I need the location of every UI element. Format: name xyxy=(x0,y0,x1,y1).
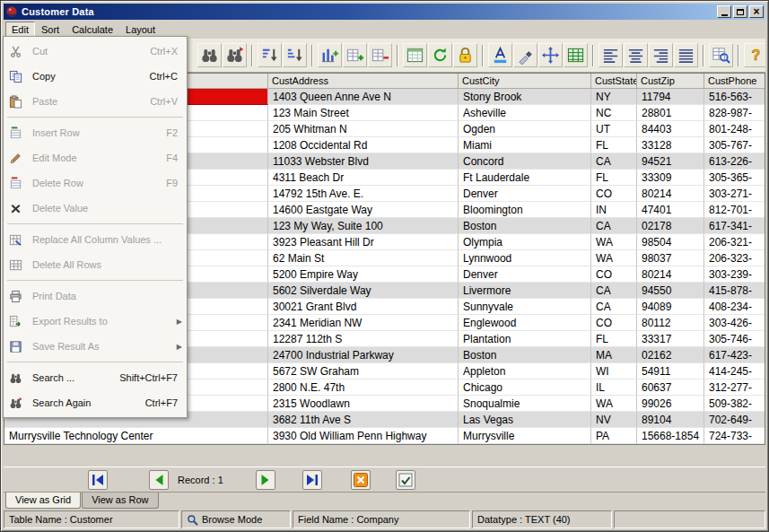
tab-view-as-row[interactable]: View as Row xyxy=(82,493,158,509)
cell[interactable]: NY xyxy=(591,89,637,105)
fit-columns-button[interactable] xyxy=(538,43,563,67)
cell[interactable]: 617-423- xyxy=(704,347,765,363)
cell[interactable]: UT xyxy=(591,121,637,137)
align-justify-button[interactable] xyxy=(674,43,698,67)
cell[interactable]: 205 Whitman N xyxy=(268,121,459,137)
font-color-button[interactable] xyxy=(488,43,512,67)
cell[interactable]: 5602 Silverdale Way xyxy=(268,283,459,299)
tab-view-as-grid[interactable]: View as Grid xyxy=(5,493,81,509)
cell[interactable]: Asheville xyxy=(459,105,591,121)
cell[interactable]: 1208 Occidental Rd xyxy=(268,137,459,153)
cell[interactable]: 89104 xyxy=(637,412,704,428)
commit-record-button[interactable] xyxy=(396,470,415,490)
lock-button[interactable] xyxy=(453,43,477,67)
refresh-button[interactable] xyxy=(428,43,452,67)
cell[interactable]: 2800 N.E. 47th xyxy=(268,379,459,396)
cell[interactable]: 305-767- xyxy=(704,137,765,153)
row-plus-button[interactable] xyxy=(343,43,367,67)
cell[interactable]: 414-245- xyxy=(704,363,765,379)
cell[interactable]: 15668-1854 xyxy=(637,428,704,444)
cell[interactable]: Olympia xyxy=(459,234,591,250)
cell[interactable]: 2315 Woodlawn xyxy=(268,396,459,412)
help-button[interactable]: ? xyxy=(744,43,765,67)
cell[interactable]: 60637 xyxy=(637,379,704,396)
cell[interactable]: 33317 xyxy=(637,331,704,347)
cell[interactable]: 98504 xyxy=(637,234,704,250)
cell[interactable]: CA xyxy=(591,283,637,299)
cell[interactable]: IN xyxy=(591,202,637,218)
cell[interactable]: Miami xyxy=(459,137,591,153)
cell[interactable]: 206-321- xyxy=(704,234,765,250)
binoculars-plus-button[interactable] xyxy=(223,43,247,67)
cell[interactable]: CA xyxy=(591,218,637,234)
cell[interactable]: 5200 Empire Way xyxy=(268,266,459,283)
cell[interactable]: Denver xyxy=(459,266,591,283)
cell[interactable]: 12287 112th S xyxy=(268,331,459,347)
table-find-button[interactable] xyxy=(709,43,733,67)
cell[interactable]: WA xyxy=(591,234,637,250)
cell[interactable]: WA xyxy=(591,250,637,266)
cell[interactable]: 3682 11th Ave S xyxy=(268,412,459,428)
cell[interactable]: 14600 Eastgate Way xyxy=(268,202,459,218)
table-grid-button[interactable] xyxy=(564,43,588,67)
cell[interactable]: Denver xyxy=(459,186,591,202)
menu-item-copy[interactable]: CopyCtrl+C xyxy=(5,64,185,89)
cell[interactable]: 80214 xyxy=(637,186,704,202)
cell[interactable]: 303-426- xyxy=(704,315,765,331)
align-right-button[interactable] xyxy=(649,43,673,67)
cell[interactable]: 408-234- xyxy=(704,299,765,315)
cell[interactable]: Englewood xyxy=(459,315,591,331)
cell[interactable]: 14792 15th Ave. E. xyxy=(268,186,459,202)
cell[interactable]: 62 Main St xyxy=(268,250,459,266)
cell[interactable]: Snoqualmie xyxy=(459,396,591,412)
cell[interactable]: 80112 xyxy=(637,315,704,331)
cell[interactable]: 99026 xyxy=(637,396,704,412)
cell[interactable]: Lynnwood xyxy=(459,250,591,266)
cell[interactable]: 812-701- xyxy=(704,202,765,218)
cell[interactable]: 617-341- xyxy=(704,218,765,234)
cell[interactable]: 702-649- xyxy=(704,412,765,428)
cell[interactable]: 94550 xyxy=(637,283,704,299)
cancel-record-button[interactable] xyxy=(351,470,371,490)
menu-item-search-again[interactable]: Search AgainCtrl+F7 xyxy=(5,390,185,415)
cell[interactable]: 206-323- xyxy=(704,250,765,266)
cell[interactable]: WA xyxy=(591,396,637,412)
cell[interactable]: 509-382- xyxy=(704,396,765,412)
cell[interactable]: 312-277- xyxy=(704,379,765,396)
cell[interactable]: WI xyxy=(591,363,637,379)
cell[interactable]: 24700 Industrial Parkway xyxy=(268,347,459,363)
cell[interactable]: CO xyxy=(591,315,637,331)
cell[interactable]: 02178 xyxy=(637,218,704,234)
cell[interactable]: 30021 Grant Blvd xyxy=(268,299,459,315)
cell[interactable]: PA xyxy=(591,428,637,444)
cell[interactable]: Plantation xyxy=(459,331,591,347)
column-header-custzip[interactable]: CustZip xyxy=(637,74,704,89)
cell[interactable]: 3923 Pleasant Hill Dr xyxy=(268,234,459,250)
cell[interactable]: MA xyxy=(591,347,637,363)
cell[interactable]: CA xyxy=(591,153,637,170)
column-header-custaddress[interactable]: CustAddress xyxy=(268,74,459,89)
cell[interactable]: Bloomington xyxy=(459,202,591,218)
cell[interactable]: CO xyxy=(591,186,637,202)
cell[interactable]: 33309 xyxy=(637,170,704,186)
cell[interactable]: Ft Lauderdale xyxy=(459,170,591,186)
menu-item-search[interactable]: Search ...Shift+Ctrl+F7 xyxy=(5,365,185,390)
cell[interactable]: 4311 Beach Dr xyxy=(268,170,459,186)
cell[interactable]: 303-239- xyxy=(704,266,765,283)
cell[interactable]: 516-563- xyxy=(704,89,765,105)
cell[interactable]: 305-365- xyxy=(704,170,765,186)
cell[interactable]: 11033 Webster Blvd xyxy=(268,153,459,170)
cell[interactable]: 80214 xyxy=(637,266,704,283)
sort-desc-button[interactable] xyxy=(283,43,307,67)
cell[interactable]: 33128 xyxy=(637,137,704,153)
maximize-button[interactable] xyxy=(733,5,747,18)
cell[interactable]: 724-733- xyxy=(704,428,765,444)
spreadsheet-button[interactable] xyxy=(403,43,427,67)
first-record-button[interactable] xyxy=(88,470,108,490)
cell[interactable]: Ogden xyxy=(459,121,591,137)
cell[interactable]: 2341 Meridian NW xyxy=(268,315,459,331)
cell[interactable]: 94089 xyxy=(637,299,704,315)
cell[interactable]: CA xyxy=(591,299,637,315)
menu-calculate[interactable]: Calculate xyxy=(66,22,119,38)
cell[interactable]: Boston xyxy=(459,218,591,234)
